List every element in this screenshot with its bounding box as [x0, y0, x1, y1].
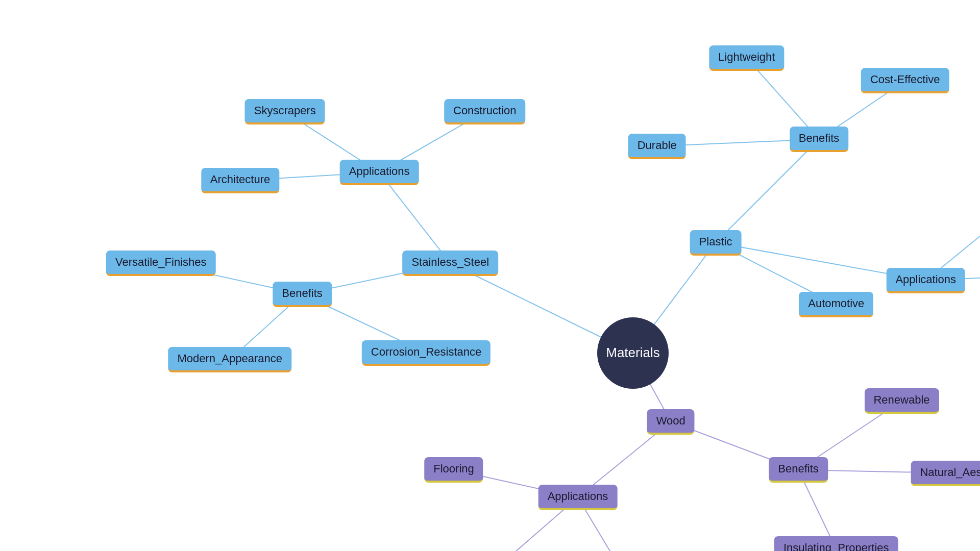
node-ss_versatile: Versatile_Finishes	[106, 251, 216, 276]
node-ss_construction: Construction	[444, 99, 526, 124]
node-plastic_benefits: Benefits	[790, 127, 849, 152]
svg-line-1	[379, 172, 450, 263]
node-wood_applications: Applications	[538, 485, 618, 510]
node-plastic: Plastic	[690, 230, 742, 256]
node-plastic_durable: Durable	[628, 134, 686, 159]
node-wood_flooring: Flooring	[424, 457, 483, 483]
node-ss_benefits: Benefits	[273, 282, 332, 307]
node-ss_architecture: Architecture	[201, 168, 279, 193]
node-wood_renewable: Renewable	[864, 388, 939, 414]
node-wood_natural: Natural_Aesthetics	[911, 461, 980, 486]
node-wood_benefits: Benefits	[769, 457, 828, 483]
node-wood_insulating: Insulating_Properties	[774, 536, 898, 551]
node-plastic_costeffective: Cost-Effective	[861, 68, 949, 93]
node-stainless_steel: Stainless_Steel	[402, 251, 498, 276]
node-ss_corrosion: Corrosion_Resistance	[362, 340, 491, 366]
node-plastic_automotive: Automotive	[799, 292, 873, 317]
node-plastic_applications: Applications	[886, 268, 965, 293]
node-ss_applications: Applications	[340, 160, 419, 185]
svg-line-15	[926, 188, 980, 281]
node-wood: Wood	[647, 409, 695, 435]
center-node: Materials	[597, 317, 669, 389]
node-plastic_lightweight: Lightweight	[709, 45, 784, 71]
node-ss_skyscrapers: Skyscrapers	[245, 99, 325, 124]
node-ss_modern: Modern_Appearance	[168, 347, 291, 372]
svg-line-10	[716, 139, 819, 243]
